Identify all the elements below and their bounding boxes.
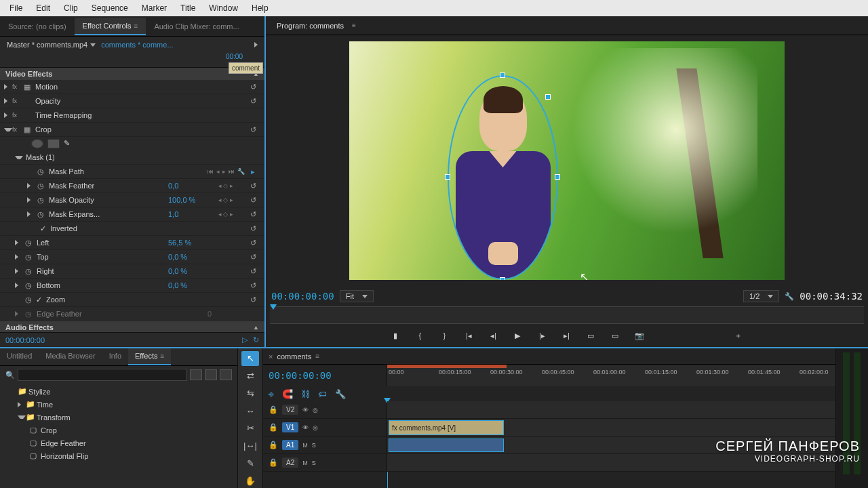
twirl-open-icon[interactable] — [15, 156, 23, 159]
chevron-down-icon[interactable] — [90, 43, 96, 47]
timeline-timecode[interactable]: 00:00:00:00 — [269, 370, 332, 381]
reset-icon[interactable]: ↺ — [245, 253, 260, 262]
menu-file[interactable]: File — [3, 1, 29, 16]
wrench-icon[interactable]: 🔧 — [785, 292, 794, 301]
marker-icon[interactable]: 🏷 — [318, 389, 327, 399]
ellipse-mask-icon[interactable] — [31, 139, 43, 148]
razor-tool-icon[interactable]: ✂ — [241, 421, 259, 436]
reset-icon[interactable]: ↺ — [245, 83, 260, 92]
twirl-icon[interactable] — [15, 254, 23, 260]
solo-icon[interactable]: S — [312, 442, 316, 449]
playhead-icon[interactable] — [270, 304, 277, 310]
tab-effects[interactable]: Effects≡ — [128, 348, 171, 365]
twirl-icon[interactable] — [15, 283, 23, 288]
ripple-tool-icon[interactable]: ⇆ — [241, 386, 259, 401]
prop-mask-expansion[interactable]: Mask Expans... — [46, 210, 168, 218]
reset-icon[interactable]: ↺ — [245, 267, 260, 276]
in-point-icon[interactable]: { — [414, 329, 426, 342]
mask-handle[interactable] — [500, 277, 505, 280]
prop-top[interactable]: Top — [34, 253, 168, 261]
reset-icon[interactable]: ↺ — [245, 239, 260, 247]
reset-icon[interactable]: ↺ — [245, 196, 260, 205]
effect-motion[interactable]: Motion — [33, 83, 245, 91]
mute-icon[interactable]: M — [302, 460, 308, 466]
tab-effect-controls[interactable]: Effect Controls≡ — [75, 18, 146, 35]
pen-tool-icon[interactable]: ✎ — [241, 456, 259, 471]
ec-timeline-ruler[interactable]: 00:00 comment — [0, 53, 264, 68]
clip-video[interactable]: fxcomments.mp4 [V] — [389, 420, 504, 435]
reset-icon[interactable]: ↺ — [245, 210, 260, 219]
ec-clip-chip[interactable]: comment — [229, 62, 263, 74]
fx-filter-icon[interactable] — [190, 369, 202, 380]
mask-track-next-icon[interactable]: ⏭ — [229, 168, 235, 175]
go-in-icon[interactable]: |◂ — [462, 329, 475, 342]
tab-source[interactable]: Source: (no clips) — [0, 18, 75, 35]
program-viewer[interactable]: ↖ — [266, 35, 868, 286]
go-out-icon[interactable]: ▸| — [560, 329, 572, 342]
val-bottom[interactable]: 0,0 % — [168, 281, 206, 289]
rate-stretch-tool-icon[interactable]: ↔ — [241, 403, 259, 418]
lane-v2[interactable] — [387, 401, 835, 419]
mask-track-back-icon[interactable]: ⏮ — [208, 168, 214, 175]
extract-icon[interactable]: ▭ — [609, 329, 621, 342]
tab-info[interactable]: Info — [102, 348, 128, 365]
sequence-tab[interactable]: comments — [277, 352, 311, 361]
menu-sequence[interactable]: Sequence — [85, 1, 135, 16]
panel-menu-icon[interactable]: ≡ — [352, 22, 356, 29]
sync-lock-icon[interactable]: ◎ — [313, 424, 318, 431]
work-area-bar[interactable] — [387, 365, 507, 368]
effect-time-remap[interactable]: Time Remapping — [33, 111, 245, 119]
zoom-fit-dropdown[interactable]: Fit — [340, 290, 374, 302]
stopwatch-icon[interactable]: ◷ — [23, 267, 34, 276]
val-left[interactable]: 56,5 % — [168, 239, 206, 247]
lane-a1[interactable] — [387, 436, 835, 454]
toggle-output-icon[interactable]: 👁 — [302, 407, 309, 413]
val-mask-opacity[interactable]: 100,0 % — [168, 196, 206, 204]
stopwatch-icon[interactable]: ◷ — [23, 296, 34, 304]
settings-icon[interactable]: 🔧 — [335, 389, 346, 399]
32-filter-icon[interactable] — [205, 369, 217, 380]
prop-mask-path[interactable]: Mask Path — [46, 167, 206, 176]
reset-icon[interactable]: ↺ — [245, 125, 260, 134]
mask-handle[interactable] — [545, 94, 551, 100]
reset-icon[interactable]: ↺ — [245, 281, 260, 290]
mask-handle[interactable] — [445, 174, 450, 180]
menu-edit[interactable]: Edit — [29, 1, 57, 16]
snap-icon[interactable]: 🧲 — [282, 389, 293, 399]
lock-icon[interactable]: 🔒 — [269, 405, 278, 414]
val-mask-feather[interactable]: 0,0 — [168, 182, 206, 190]
mask-handle[interactable] — [555, 174, 560, 180]
tab-untitled[interactable]: Untitled — [0, 348, 39, 365]
mask-track-wrench-icon[interactable]: 🔧 — [237, 168, 245, 175]
hand-tool-icon[interactable]: ✋ — [241, 473, 259, 488]
preset-edge-feather[interactable]: Edge Feather — [41, 439, 86, 447]
lock-icon[interactable]: 🔒 — [269, 423, 278, 432]
twirl-icon[interactable] — [15, 268, 23, 274]
program-tab[interactable]: Program: comments — [271, 19, 349, 33]
mask-ellipse[interactable] — [448, 75, 558, 280]
solo-icon[interactable]: S — [312, 460, 316, 466]
fx-badge[interactable]: fx — [12, 112, 22, 119]
twirl-icon[interactable] — [15, 240, 23, 245]
mask-handle[interactable] — [500, 73, 505, 78]
mark-in-icon[interactable]: ▮ — [389, 329, 401, 342]
folder-transform[interactable]: Transform — [37, 413, 71, 422]
play-icon[interactable] — [254, 42, 258, 47]
program-tc-out[interactable]: 00:00:34:32 — [800, 291, 863, 302]
stopwatch-icon[interactable]: ◷ — [23, 253, 34, 262]
timeline-lanes[interactable]: fxcomments.mp4 [V] — [387, 401, 835, 488]
effect-opacity[interactable]: Opacity — [33, 97, 245, 105]
fx-badge[interactable]: fx — [12, 98, 22, 104]
program-tc-in[interactable]: 00:00:00:00 — [271, 291, 334, 302]
audio-effects-heading[interactable]: Audio Effects▲ — [0, 321, 264, 332]
mask-track-prev-icon[interactable]: ◂ — [216, 168, 220, 175]
lock-icon[interactable]: 🔒 — [269, 458, 278, 467]
twirl-open-icon[interactable] — [18, 415, 26, 419]
clip-path[interactable]: comments * comme... — [101, 41, 173, 49]
step-back-icon[interactable]: ◂| — [487, 329, 499, 342]
folder-time[interactable]: Time — [37, 401, 53, 409]
mask-track-play-icon[interactable]: ▸ — [222, 168, 226, 175]
nest-icon[interactable]: ⎆ — [269, 389, 274, 399]
track-a1[interactable]: A1 — [282, 440, 298, 450]
collapse-up-icon[interactable]: ▲ — [253, 324, 259, 331]
